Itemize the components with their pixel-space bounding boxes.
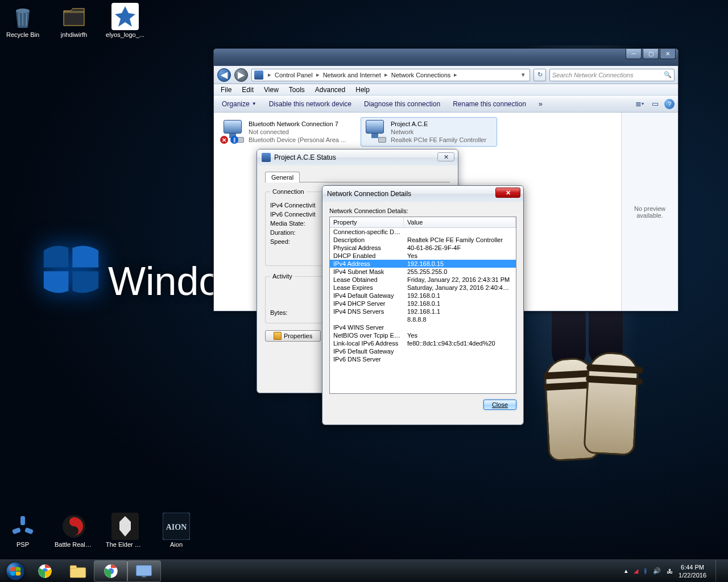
- general-tab[interactable]: General: [265, 172, 300, 182]
- maximize-button[interactable]: ▢: [643, 49, 659, 59]
- shield-icon: [274, 332, 282, 340]
- wallpaper-windows-logo: [40, 239, 102, 304]
- tray-volume-icon[interactable]: 🔊: [653, 567, 661, 575]
- diagnose-button[interactable]: Diagnose this connection: [359, 98, 445, 110]
- rename-button[interactable]: Rename this connection: [448, 98, 531, 110]
- property-row[interactable]: NetBIOS over Tcpip En...Yes: [330, 331, 516, 339]
- more-commands-button[interactable]: »: [534, 98, 547, 110]
- disable-device-button[interactable]: Disable this network device: [264, 98, 356, 110]
- close-button[interactable]: Close: [483, 400, 516, 410]
- crumb-control-panel[interactable]: Control Panel: [274, 70, 314, 80]
- svg-rect-12: [70, 567, 86, 577]
- svg-rect-17: [142, 576, 146, 577]
- desktop-icon-folder-jnhdiwirfh[interactable]: jnhdiwirfh: [54, 3, 94, 38]
- taskbar-chrome-active[interactable]: [94, 561, 127, 581]
- crumb-network-internet[interactable]: Network and Internet: [322, 70, 382, 80]
- breadcrumb[interactable]: ▸ Control Panel▸ Network and Internet▸ N…: [251, 69, 530, 81]
- menu-tools[interactable]: Tools: [284, 85, 309, 95]
- svg-rect-3: [12, 527, 21, 534]
- property-row[interactable]: Lease ExpiresSaturday, January 23, 2016 …: [330, 284, 516, 292]
- help-button[interactable]: ?: [664, 99, 675, 109]
- details-label: Network Connection Details:: [329, 207, 516, 214]
- preview-pane: No preview available.: [621, 113, 678, 311]
- value-column[interactable]: Value: [404, 217, 516, 227]
- property-row[interactable]: Link-local IPv6 Addressfe80::8dc1:c943:c…: [330, 339, 516, 347]
- taskbar-control-panel[interactable]: [127, 561, 160, 581]
- property-row[interactable]: Connection-specific DN...: [330, 228, 516, 236]
- property-row[interactable]: Lease ObtainedFriday, January 22, 2016 2…: [330, 276, 516, 284]
- property-row[interactable]: DescriptionRealtek PCIe FE Family Contro…: [330, 236, 516, 244]
- svg-text:AION: AION: [166, 523, 187, 531]
- show-desktop-button[interactable]: [715, 560, 722, 583]
- back-button[interactable]: ◀: [217, 68, 231, 82]
- start-button[interactable]: [2, 562, 28, 581]
- activity-group-label: Activity: [270, 273, 295, 280]
- menu-advanced[interactable]: Advanced: [311, 85, 350, 95]
- property-row[interactable]: IPv6 Default Gateway: [330, 347, 516, 355]
- status-dialog-title: Project A.C.E Status: [274, 153, 336, 161]
- property-table[interactable]: Property Value Connection-specific DN...…: [329, 217, 516, 394]
- organize-menu[interactable]: Organize▼: [217, 98, 261, 110]
- desktop-icon-elyos-logo[interactable]: elyos_logo_...: [105, 3, 145, 38]
- property-row[interactable]: IPv4 Subnet Mask255.255.255.0: [330, 268, 516, 276]
- properties-button[interactable]: Properties: [265, 330, 321, 342]
- property-row[interactable]: Physical Address40-61-86-2E-9F-4F: [330, 244, 516, 252]
- desktop-icon-aion[interactable]: AIONAion: [156, 513, 196, 548]
- desktop-icon-elder-scrolls[interactable]: The Elder Scrolls ...: [105, 513, 145, 548]
- close-button[interactable]: ✕: [660, 49, 676, 59]
- svg-rect-4: [24, 527, 34, 534]
- network-adapter-icon: [363, 120, 386, 143]
- connection-item[interactable]: ✕∦ Bluetooth Network Connection 7Not con…: [218, 117, 355, 147]
- menu-view[interactable]: View: [259, 85, 283, 95]
- connection-item[interactable]: Project A.C.ENetworkRealtek PCIe FE Fami…: [361, 117, 497, 147]
- network-icon: [262, 153, 271, 162]
- taskbar-file-explorer[interactable]: [61, 561, 94, 581]
- desktop-icon-psp[interactable]: PSP: [3, 513, 43, 548]
- taskbar-chrome[interactable]: [28, 561, 61, 581]
- forward-button[interactable]: ▶: [234, 68, 248, 82]
- minimize-button[interactable]: ─: [626, 49, 642, 59]
- property-row[interactable]: 8.8.8.8: [330, 315, 516, 323]
- property-row[interactable]: IPv4 Address192.168.0.15: [330, 260, 516, 268]
- duration-label: Duration:: [270, 229, 296, 236]
- wallpaper-text: Windo: [108, 259, 221, 304]
- property-row[interactable]: IPv4 DNS Servers192.168.1.1: [330, 307, 516, 315]
- svg-rect-16: [136, 565, 152, 576]
- status-dialog-titlebar[interactable]: Project A.C.E Status ✕: [257, 149, 458, 165]
- search-icon: 🔍: [664, 71, 672, 78]
- property-row[interactable]: IPv6 DNS Server: [330, 355, 516, 363]
- ipv4-connectivity-label: IPv4 Connectivit: [270, 202, 315, 209]
- tray-bluetooth-icon[interactable]: ∦: [644, 567, 647, 575]
- tray-chevron[interactable]: ▴: [624, 567, 628, 575]
- crumb-network-connections[interactable]: Network Connections: [390, 70, 452, 80]
- explorer-titlebar[interactable]: ─ ▢ ✕: [214, 49, 678, 66]
- tray-avira-icon[interactable]: ◢: [634, 567, 638, 575]
- location-icon: [254, 70, 263, 80]
- details-dialog-titlebar[interactable]: Network Connection Details ✕: [322, 186, 523, 202]
- property-row[interactable]: IPv4 WINS Server: [330, 323, 516, 331]
- menu-help[interactable]: Help: [351, 85, 374, 95]
- property-row[interactable]: IPv4 Default Gateway192.168.0.1: [330, 292, 516, 300]
- menu-edit[interactable]: Edit: [237, 85, 258, 95]
- details-close-button[interactable]: ✕: [495, 188, 520, 198]
- bytes-label: Bytes:: [270, 309, 288, 316]
- explorer-nav: ◀ ▶ ▸ Control Panel▸ Network and Interne…: [214, 66, 678, 84]
- property-row[interactable]: IPv4 DHCP Server192.168.0.1: [330, 300, 516, 307]
- menu-file[interactable]: File: [216, 85, 236, 95]
- refresh-button[interactable]: ↻: [533, 69, 546, 81]
- system-tray: ▴ ◢ ∦ 🔊 🖧 6:44 PM1/22/2016: [624, 560, 726, 583]
- view-options-button[interactable]: ≣▾: [632, 98, 646, 110]
- tray-network-icon[interactable]: 🖧: [667, 568, 673, 575]
- desktop-icon-battle-realms[interactable]: Battle Realms: [54, 513, 94, 548]
- taskbar-clock[interactable]: 6:44 PM1/22/2016: [679, 563, 706, 579]
- details-dialog: Network Connection Details ✕ Network Con…: [322, 185, 524, 425]
- preview-pane-button[interactable]: ▭: [648, 98, 662, 110]
- status-close-button[interactable]: ✕: [437, 152, 454, 161]
- taskbar: ▴ ◢ ∦ 🔊 🖧 6:44 PM1/22/2016: [0, 559, 728, 582]
- svg-rect-2: [20, 516, 25, 525]
- property-column[interactable]: Property: [330, 217, 404, 227]
- desktop-icon-recycle-bin[interactable]: Recycle Bin: [3, 3, 43, 38]
- search-input[interactable]: Search Network Connections 🔍: [549, 69, 675, 81]
- svg-rect-13: [70, 566, 76, 568]
- property-row[interactable]: DHCP EnabledYes: [330, 252, 516, 260]
